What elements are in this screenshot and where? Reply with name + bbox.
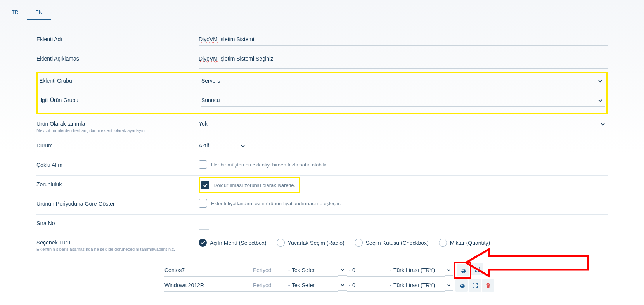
checkbox-multi-label: Her bir müşteri bu eklentiyi birden fazl… [211,162,328,168]
highlight-gear [454,262,471,279]
option-period-label: Periyod [253,279,286,292]
select-product-group[interactable]: Sunucu [201,93,605,107]
expand-button[interactable] [471,263,483,275]
checkbox-period-match-label: Eklenti fiyatlandırmasını ürünün fiyatla… [211,201,341,206]
option-currency-select[interactable]: Türk Lirası (TRY) [393,264,445,277]
option-period-select[interactable]: Tek Sefer [292,264,338,277]
option-currency-select[interactable]: Türk Lirası (TRY) [393,279,445,292]
language-tabs: TR EN [0,0,644,20]
select-status[interactable]: Aktif [199,139,245,152]
option-period-label: Periyod [253,264,286,277]
label-required: Zorunluluk [36,181,199,187]
sublabel-option-type: Eklentinin sipariş aşamasında ne şekilde… [36,247,199,251]
label-option-type: Seçenek Türü [36,239,199,246]
option-price-input[interactable] [352,264,388,277]
checkbox-required[interactable] [201,181,209,189]
checkbox-period-match[interactable] [199,199,207,208]
tab-tr[interactable]: TR [3,5,27,20]
radio-checkbox[interactable]: Seçim Kutusu (Checkbox) [355,239,429,247]
highlight-required: Doldurulması zorunlu olarak işaretle. [199,177,300,193]
label-multi: Çoklu Alım [36,162,199,168]
select-define-product[interactable]: Yok [199,117,608,130]
label-product-group: İlgili Ürün Grubu [39,97,201,103]
settings-button[interactable] [457,264,469,276]
input-order-no[interactable] [199,216,209,230]
option-period-select[interactable]: Tek Sefer [292,279,338,292]
radio-group-option-type: Açılır Menü (Selectbox) Yuvarlak Seçim (… [199,236,608,250]
row-multi: Çoklu Alım Her bir müşteri bu eklentiyi … [36,158,608,176]
radio-radio[interactable]: Yuvarlak Seçim (Radio) [277,239,345,247]
chevron-down-icon [445,280,453,291]
label-define-product: Ürün Olarak tanımla [36,121,199,127]
settings-button[interactable] [455,279,468,292]
option-name-input[interactable] [164,279,253,292]
row-plugin-group: Eklenti Grubu Servers [39,74,605,92]
row-define-product: Ürün Olarak tanımla Mevcut ürünlerden he… [36,117,608,137]
select-plugin-group[interactable]: Servers [201,74,605,87]
textarea-plugin-desc[interactable]: DiyoVM İşletim Sistemi Seçiniz [199,52,608,69]
row-status: Durum Aktif [36,139,608,156]
sublabel-define-product: Mevcut ürünlerden herhangi birini eklent… [36,128,199,133]
chevron-down-icon [445,265,453,276]
radio-circle-icon [355,239,363,247]
row-plugin-desc: Eklenti Açıklaması DiyoVM İşletim Sistem… [36,52,608,69]
checkbox-required-label: Doldurulması zorunlu olarak işaretle. [213,182,295,188]
radio-circle-icon [277,239,285,247]
option-name-input[interactable] [164,264,253,277]
expand-button[interactable] [469,279,481,292]
row-product-group: İlgili Ürün Grubu Sunucu [39,93,605,111]
row-option-type: Seçenek Türü Eklentinin sipariş aşamasın… [36,236,608,256]
label-plugin-group: Eklenti Grubu [39,78,201,84]
tab-en[interactable]: EN [27,5,51,20]
radio-quantity[interactable]: Miktar (Quantity) [439,239,490,247]
radio-circle-icon [439,239,447,247]
row-order-no: Sıra No [36,216,608,234]
radio-selectbox[interactable]: Açılır Menü (Selectbox) [199,239,267,247]
label-period-match: Ürünün Periyoduna Göre Göster [36,201,199,207]
delete-button[interactable] [482,279,494,292]
input-plugin-name[interactable]: DiyoVM İşletim Sistemi [199,32,608,46]
chevron-down-icon [338,280,347,291]
row-required: Zorunluluk Doldurulması zorunlu olarak i… [36,177,608,195]
option-row: Periyod - Tek Sefer - - Türk Lirası (TRY… [164,279,608,292]
row-period-match: Ürünün Periyoduna Göre Göster Eklenti fi… [36,197,608,215]
radio-circle-icon [199,239,207,247]
label-status: Durum [36,142,199,149]
label-order-no: Sıra No [36,220,199,226]
highlight-groups: Eklenti Grubu Servers İlgili Ürün Grubu … [36,72,608,114]
checkbox-multi[interactable] [199,160,207,169]
option-row: Periyod - Tek Sefer - - Türk Lirası (TRY… [164,263,608,277]
label-plugin-name: Eklenti Adı [36,36,199,42]
option-price-input[interactable] [352,279,388,292]
label-plugin-desc: Eklenti Açıklaması [36,55,199,62]
chevron-down-icon [338,265,347,276]
options-list: Periyod - Tek Sefer - - Türk Lirası (TRY… [164,263,608,292]
row-plugin-name: Eklenti Adı DiyoVM İşletim Sistemi [36,32,608,50]
